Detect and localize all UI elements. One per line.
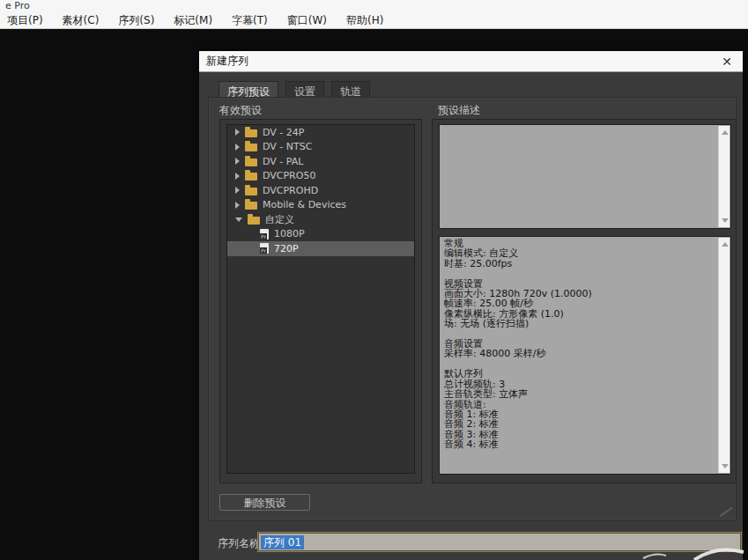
tree-item-dvcpro50[interactable]: DVCPRO50: [227, 169, 414, 184]
tree-item-dvcprohd[interactable]: DVCPROHD: [227, 183, 414, 198]
scroll-up-icon[interactable]: [722, 242, 729, 247]
tree-item-dv-ntsc[interactable]: DV - NTSC: [227, 140, 414, 155]
collapsed-arrow-icon[interactable]: [235, 144, 240, 151]
scroll-down-icon[interactable]: [722, 218, 729, 223]
tree-item-label: DV - NTSC: [263, 141, 312, 152]
new-sequence-dialog: 新建序列 ✕ 序列预设 设置 轨道 有效预设 DV - 24P: [199, 51, 743, 560]
close-icon[interactable]: ✕: [722, 55, 732, 68]
description-text-box: 常规 编辑模式: 自定义 时基: 25.00fps 视频设置 画面大小: 128…: [439, 236, 731, 475]
tab-content-panel: 有效预设 DV - 24P DV - NTSC: [208, 97, 737, 521]
collapsed-arrow-icon[interactable]: [235, 129, 240, 136]
tree-item-label: 720P: [274, 243, 299, 254]
dialog-title: 新建序列: [206, 54, 248, 69]
collapsed-arrow-icon[interactable]: [235, 173, 240, 180]
swoosh-mark-icon: [617, 539, 748, 560]
tree-item-label: 自定义: [265, 213, 294, 226]
preset-description-text: 常规 编辑模式: 自定义 时基: 25.00fps 视频设置 画面大小: 128…: [444, 239, 715, 472]
presets-tree: DV - 24P DV - NTSC DV - PAL: [226, 124, 415, 474]
available-presets-label: 有效预设: [219, 103, 262, 118]
scroll-down-icon[interactable]: [722, 464, 729, 468]
menu-item-window[interactable]: 窗口(W): [287, 13, 327, 28]
scroll-up-icon[interactable]: [722, 130, 729, 135]
preset-file-icon: Pr: [260, 229, 269, 239]
pr-badge: Pr: [260, 247, 267, 254]
description-empty-box: [439, 124, 731, 229]
folder-icon: [245, 173, 257, 181]
tree-item-label: DVCPROHD: [263, 185, 318, 196]
expanded-arrow-icon[interactable]: [235, 217, 242, 222]
preset-file-icon: Pr: [260, 243, 269, 254]
pr-badge: Pr: [260, 233, 267, 239]
folder-icon: [245, 129, 257, 137]
menu-item-sequence[interactable]: 序列(S): [118, 13, 154, 28]
collapsed-arrow-icon[interactable]: [235, 158, 240, 165]
folder-icon: [248, 217, 260, 225]
menu-item-project[interactable]: 项目(P): [7, 13, 43, 28]
menu-bar: 项目(P) 素材(C) 序列(S) 标记(M) 字幕(T) 窗口(W) 帮助(H…: [7, 12, 383, 28]
menu-item-clip[interactable]: 素材(C): [63, 13, 100, 28]
selected-text: 序列 01: [261, 535, 304, 549]
tree-item-dv-24p[interactable]: DV - 24P: [227, 125, 414, 140]
tree-item-label: DV - PAL: [263, 156, 303, 167]
presets-tree-frame: DV - 24P DV - NTSC DV - PAL: [219, 119, 422, 483]
folder-icon: [245, 144, 257, 151]
preset-description-label: 预设描述: [438, 103, 480, 118]
os-window-top: e Pro 项目(P) 素材(C) 序列(S) 标记(M) 字幕(T) 窗口(W…: [0, 0, 748, 29]
tree-item-label: 1080P: [274, 228, 305, 239]
tree-item-label: Mobile & Devices: [263, 199, 346, 210]
scrollbar[interactable]: [718, 238, 729, 473]
delete-preset-button[interactable]: 删除预设: [219, 494, 310, 511]
dialog-body: 序列预设 设置 轨道 有效预设 DV - 24P: [199, 72, 743, 560]
tree-item-label: DV - 24P: [263, 127, 304, 138]
tree-item-mobile-devices[interactable]: Mobile & Devices: [227, 198, 414, 213]
tree-item-label: DVCPRO50: [263, 170, 315, 181]
collapsed-arrow-icon[interactable]: [235, 202, 240, 209]
tree-item-1080p[interactable]: Pr 1080P: [227, 227, 414, 242]
screen: e Pro 项目(P) 素材(C) 序列(S) 标记(M) 字幕(T) 窗口(W…: [0, 0, 748, 560]
tree-item-dv-pal[interactable]: DV - PAL: [227, 154, 414, 169]
folder-icon: [245, 188, 257, 195]
dialog-titlebar: 新建序列 ✕: [199, 51, 743, 72]
folder-icon: [245, 202, 257, 210]
scrollbar[interactable]: [718, 126, 729, 227]
menu-item-title[interactable]: 字幕(T): [232, 13, 268, 28]
menu-item-help[interactable]: 帮助(H): [346, 13, 383, 28]
description-frame: 常规 编辑模式: 自定义 时基: 25.00fps 视频设置 画面大小: 128…: [432, 119, 737, 483]
tree-item-custom[interactable]: 自定义: [227, 212, 414, 227]
window-title: e Pro: [5, 0, 30, 11]
tree-item-720p[interactable]: Pr 720P: [227, 241, 414, 256]
panel-resize-grip-icon[interactable]: [720, 505, 732, 517]
menu-item-marker[interactable]: 标记(M): [174, 13, 212, 28]
folder-icon: [245, 158, 257, 166]
collapsed-arrow-icon[interactable]: [235, 187, 240, 194]
